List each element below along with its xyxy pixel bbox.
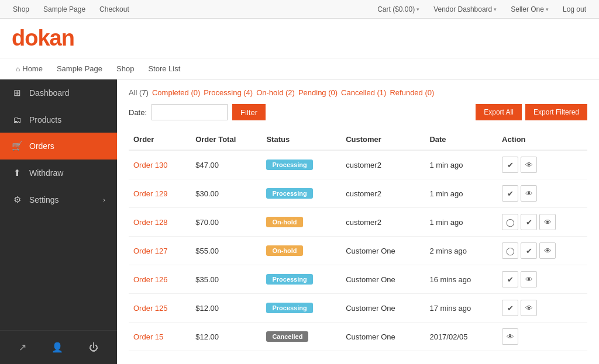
sidebar-item-dashboard[interactable]: ⊞ Dashboard: [0, 79, 117, 106]
logo-red: d: [12, 26, 25, 50]
sidebar-item-products[interactable]: 🗂 Products: [0, 106, 117, 133]
user-icon[interactable]: 👤: [46, 339, 69, 356]
status-badge: Processing: [266, 160, 312, 170]
nav-vendor-dashboard[interactable]: Vendor Dashboard ▾: [426, 0, 504, 19]
nav-shop[interactable]: Shop: [6, 0, 36, 19]
view-action-button[interactable]: 👁: [539, 242, 556, 259]
top-nav-left: Shop Sample Page Checkout: [6, 0, 136, 19]
nav-checkout[interactable]: Checkout: [92, 0, 136, 19]
view-action-button[interactable]: 👁: [521, 271, 537, 287]
power-icon[interactable]: ⏻: [83, 339, 104, 356]
settings-arrow-icon: ›: [103, 196, 105, 203]
nav-sample-page[interactable]: Sample Page: [36, 0, 92, 19]
date-input[interactable]: [152, 104, 228, 120]
filter-all[interactable]: All (7): [129, 88, 149, 97]
status-badge: On-hold: [266, 245, 302, 256]
top-navbar: Shop Sample Page Checkout Cart ($0.00) ▾…: [0, 0, 599, 19]
status-badge: Processing: [266, 303, 312, 313]
view-action-button[interactable]: 👁: [521, 185, 537, 202]
filter-onhold[interactable]: On-hold (2): [256, 88, 295, 97]
customer-name: Customer One: [341, 323, 425, 351]
filter-pending[interactable]: Pending (0): [298, 88, 338, 97]
order-date: 1 min ago: [425, 208, 497, 237]
status-badge: Processing: [266, 274, 312, 285]
export-filtered-button[interactable]: Export Filtered: [525, 104, 587, 120]
customer-name: customer2: [341, 208, 425, 237]
action-buttons: ◯✔👁: [502, 242, 583, 259]
order-total: $30.00: [191, 179, 261, 208]
view-action-button[interactable]: 👁: [521, 157, 537, 173]
nav-cart[interactable]: Cart ($0.00) ▾: [370, 0, 426, 19]
check-action-button[interactable]: ✔: [521, 242, 537, 259]
sidebar-item-withdraw[interactable]: ⬆ Withdraw: [0, 160, 117, 186]
view-action-button[interactable]: 👁: [521, 300, 537, 316]
order-link[interactable]: Order 129: [133, 189, 168, 198]
filter-refunded[interactable]: Refunded (0): [390, 88, 434, 97]
order-date: 2017/02/05: [425, 323, 497, 351]
view-action-button[interactable]: 👁: [502, 328, 518, 345]
check-action-button[interactable]: ✔: [502, 157, 518, 173]
nav-seller-one[interactable]: Seller One ▾: [504, 0, 556, 19]
order-total: $55.00: [191, 237, 261, 265]
filter-cancelled[interactable]: Cancelled (1): [341, 88, 386, 97]
nav-sample-page-2[interactable]: Sample Page: [50, 64, 109, 73]
action-buttons: 👁: [502, 328, 583, 345]
action-buttons: ✔👁: [502, 185, 583, 202]
order-link[interactable]: Order 126: [133, 275, 168, 284]
dashboard-icon: ⊞: [12, 88, 22, 98]
check-action-button[interactable]: ✔: [521, 214, 537, 230]
vendor-dropdown-arrow: ▾: [494, 0, 497, 19]
products-icon: 🗂: [12, 115, 22, 124]
col-customer: Customer: [341, 129, 425, 150]
table-row: Order 130$47.00Processingcustomer21 min …: [129, 150, 587, 179]
nav-logout[interactable]: Log out: [556, 0, 593, 19]
seller-dropdown-arrow: ▾: [546, 0, 549, 19]
sidebar-orders-label: Orders: [29, 141, 54, 151]
filter-completed[interactable]: Completed (0): [152, 88, 200, 97]
nav-home[interactable]: ⌂ Home: [9, 64, 50, 73]
logo: dokan: [12, 26, 587, 51]
order-link[interactable]: Order 127: [133, 247, 168, 255]
check-action-button[interactable]: ✔: [502, 185, 518, 202]
col-order-total: Order Total: [191, 129, 261, 150]
col-date: Date: [425, 129, 497, 150]
order-link[interactable]: Order 128: [133, 218, 168, 227]
top-nav-right: Cart ($0.00) ▾ Vendor Dashboard ▾ Seller…: [370, 0, 593, 19]
status-badge: Processing: [266, 188, 312, 199]
table-header-row: Order Order Total Status Customer Date A…: [129, 129, 587, 150]
table-row: Order 15$12.00CancelledCustomer One2017/…: [129, 323, 587, 351]
check-action-button[interactable]: ✔: [502, 271, 518, 287]
nav-shop-2[interactable]: Shop: [109, 64, 141, 73]
external-link-icon[interactable]: ↗: [13, 339, 32, 356]
view-action-button[interactable]: 👁: [539, 214, 556, 230]
order-date: 1 min ago: [425, 150, 497, 179]
order-date: 1 min ago: [425, 179, 497, 208]
sidebar-item-orders[interactable]: 🛒 Orders: [0, 133, 117, 160]
check-action-button[interactable]: ✔: [502, 300, 518, 316]
sidebar-item-settings[interactable]: ⚙ Settings ›: [0, 186, 117, 213]
order-total: $70.00: [191, 208, 261, 237]
export-all-button[interactable]: Export All: [476, 104, 522, 120]
filter-button[interactable]: Filter: [232, 104, 266, 120]
main-layout: ⊞ Dashboard 🗂 Products 🛒 Orders ⬆ Withdr…: [0, 79, 599, 364]
order-link[interactable]: Order 125: [133, 304, 168, 313]
table-row: Order 128$70.00On-holdcustomer21 min ago…: [129, 208, 587, 237]
orders-table: Order Order Total Status Customer Date A…: [129, 129, 587, 351]
circle-action-button[interactable]: ◯: [502, 242, 518, 259]
order-date: 17 mins ago: [425, 294, 497, 323]
table-row: Order 126$35.00ProcessingCustomer One16 …: [129, 265, 587, 294]
customer-name: Customer One: [341, 294, 425, 323]
action-buttons: ◯✔👁: [502, 214, 583, 230]
second-navbar: ⌂ Home Sample Page Shop Store List: [0, 58, 599, 79]
withdraw-icon: ⬆: [12, 168, 22, 178]
nav-store-list[interactable]: Store List: [141, 64, 187, 73]
table-row: Order 127$55.00On-holdCustomer One2 mins…: [129, 237, 587, 265]
sidebar-withdraw-label: Withdraw: [29, 168, 63, 178]
col-status: Status: [261, 129, 341, 150]
filter-processing[interactable]: Processing (4): [204, 88, 253, 97]
circle-action-button[interactable]: ◯: [502, 214, 518, 230]
order-link[interactable]: Order 130: [133, 161, 168, 169]
settings-icon: ⚙: [12, 195, 22, 205]
orders-icon: 🛒: [12, 141, 22, 151]
order-link[interactable]: Order 15: [133, 332, 163, 341]
